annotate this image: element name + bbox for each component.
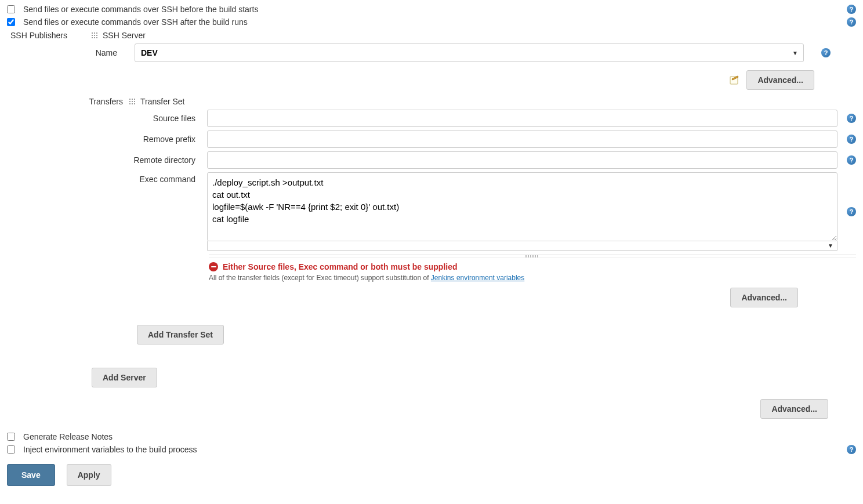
help-icon[interactable]	[821, 48, 831, 57]
name-label: Name	[7, 48, 123, 57]
remove-prefix-label: Remove prefix	[7, 135, 201, 144]
inject-env-label[interactable]: Inject environment variables to the buil…	[23, 445, 197, 454]
advanced-publishers-button[interactable]: Advanced...	[760, 399, 828, 419]
help-icon[interactable]	[847, 445, 856, 454]
help-icon[interactable]	[847, 114, 856, 123]
release-notes-checkbox[interactable]	[7, 433, 15, 441]
ssh-after-build-label[interactable]: Send files or execute commands over SSH …	[23, 17, 248, 27]
resize-grip[interactable]	[209, 254, 856, 258]
apply-button[interactable]: Apply	[67, 464, 111, 486]
save-button[interactable]: Save	[7, 464, 55, 486]
inject-env-checkbox[interactable]	[7, 445, 15, 454]
drag-handle-icon[interactable]	[129, 98, 136, 105]
ssh-server-label: SSH Server	[103, 31, 146, 40]
server-name-select[interactable]: DEV	[135, 43, 804, 62]
transfer-set-label: Transfer Set	[140, 97, 185, 106]
error-message: Either Source files, Exec command or bot…	[223, 262, 458, 271]
textarea-collapse-toggle[interactable]: ▼	[207, 241, 837, 251]
source-files-label: Source files	[7, 114, 201, 123]
chevron-down-icon: ▼	[828, 242, 833, 249]
transfers-label: Transfers	[7, 97, 129, 106]
help-icon[interactable]	[847, 5, 856, 14]
edit-icon[interactable]	[729, 74, 741, 86]
help-icon[interactable]	[847, 135, 856, 144]
advanced-server-button[interactable]: Advanced...	[746, 70, 814, 90]
help-icon[interactable]	[847, 155, 856, 165]
ssh-after-build-checkbox[interactable]	[7, 18, 15, 26]
help-icon[interactable]	[847, 17, 856, 27]
ssh-before-build-checkbox[interactable]	[7, 5, 15, 13]
remote-directory-input[interactable]	[207, 151, 837, 169]
help-icon[interactable]	[847, 207, 856, 216]
jenkins-env-vars-link[interactable]: Jenkins environment variables	[431, 274, 524, 282]
remove-prefix-input[interactable]	[207, 130, 837, 148]
add-server-button[interactable]: Add Server	[92, 368, 157, 387]
ssh-publishers-label: SSH Publishers	[7, 31, 91, 40]
source-files-input[interactable]	[207, 110, 837, 127]
substitution-note: All of the transfer fields (except for E…	[209, 274, 856, 282]
release-notes-label[interactable]: Generate Release Notes	[23, 432, 113, 441]
ssh-before-build-label[interactable]: Send files or execute commands over SSH …	[23, 5, 258, 14]
drag-handle-icon[interactable]	[91, 32, 98, 39]
exec-command-label: Exec command	[7, 172, 201, 184]
error-icon	[209, 262, 218, 271]
remote-directory-label: Remote directory	[7, 155, 201, 165]
advanced-transfer-button[interactable]: Advanced...	[730, 288, 798, 307]
exec-command-textarea[interactable]	[207, 172, 837, 241]
add-transfer-set-button[interactable]: Add Transfer Set	[137, 325, 224, 345]
